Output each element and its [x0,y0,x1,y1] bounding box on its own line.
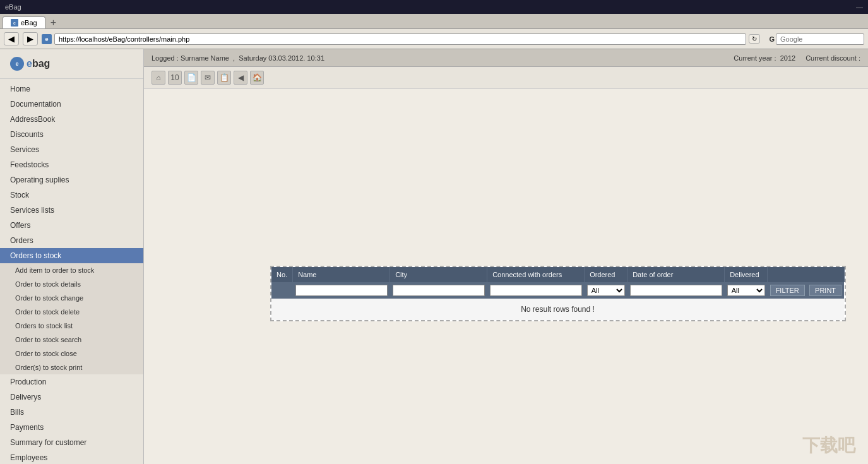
clipboard-icon[interactable]: 📋 [217,71,231,85]
forward-button[interactable]: ▶ [23,32,38,45]
data-table: No. Name City Connected with orders Orde… [271,267,845,320]
sidebar-item-discounts[interactable]: Discounts [0,127,143,142]
content-area: No. Name City Connected with orders Orde… [144,89,868,464]
sidebar-item-order-print[interactable]: Order(s) to stock print [0,360,143,374]
logged-user: Surname Name [181,54,229,62]
google-logo: G [769,35,775,43]
date-filter-input[interactable] [630,285,722,296]
address-favicon: e [42,34,52,44]
address-input[interactable] [54,33,746,45]
logo-text: ebag [27,58,50,69]
sidebar-item-home[interactable]: Home [0,81,143,97]
sidebar-item-stock[interactable]: Stock [0,187,143,203]
col-no: No. [271,267,293,282]
app-container: e ebag Home Documentation AddressBook Di… [0,49,868,464]
ordered-filter-select[interactable]: All [587,285,625,296]
mail-icon[interactable]: ✉ [201,71,215,85]
sidebar-item-add-item[interactable]: Add item to order to stock [0,263,143,277]
filter-date [627,282,725,299]
filter-ordered: All [585,282,627,299]
sidebar-item-documentation[interactable]: Documentation [0,97,143,112]
col-delivered: Delivered [725,267,768,282]
name-filter-input[interactable] [295,285,388,296]
filter-table-container: No. Name City Connected with orders Orde… [270,266,846,321]
back-button[interactable]: ◀ [4,32,19,45]
number-icon[interactable]: 10 [168,71,182,85]
logged-label: Logged : [152,54,179,62]
col-ordered: Ordered [585,267,627,282]
sidebar-item-services-lists[interactable]: Services lists [0,203,143,218]
main-content: Logged : Surname Name , Saturday 03.03.2… [144,49,868,464]
sidebar-item-offers[interactable]: Offers [0,218,143,233]
browser-title: eBag [5,3,21,11]
browser-toolbar: ◀ ▶ e ↻ G [0,29,868,49]
google-search-input[interactable] [776,33,864,45]
tab-label: eBag [21,19,37,27]
sidebar-item-employees[interactable]: Employees [0,450,143,464]
table-header: No. Name City Connected with orders Orde… [271,267,844,282]
sidebar-item-order-search[interactable]: Order to stock search [0,333,143,347]
current-year-info: Current year : 2012 [734,54,795,62]
no-results-cell: No result rows found ! [271,299,844,320]
sidebar-item-order-details[interactable]: Order to stock details [0,277,143,291]
sidebar-item-production[interactable]: Production [0,374,143,390]
filter-name [293,282,390,299]
tab-bar: e eBag + [0,14,868,29]
sidebar-item-orders-to-stock[interactable]: Orders to stock [0,248,143,263]
sidebar-item-orders-list[interactable]: Orders to stock list [0,319,143,333]
no-results-row: No result rows found ! [271,299,844,320]
back-nav-icon[interactable]: ◀ [234,71,247,85]
sidebar: e ebag Home Documentation AddressBook Di… [0,49,144,464]
sidebar-item-order-close[interactable]: Order to stock close [0,347,143,360]
refresh-button[interactable]: ↻ [749,34,760,44]
logged-date: Saturday 03.03.2012. 10:31 [239,54,324,62]
document-icon[interactable]: 📄 [184,71,198,85]
sidebar-item-orders[interactable]: Orders [0,233,143,248]
toolbar-icons-bar: ⌂ 10 📄 ✉ 📋 ◀ 🏠 [144,67,868,89]
sidebar-item-order-delete[interactable]: Order to stock delete [0,305,143,319]
filter-button[interactable]: FILTER [770,285,805,296]
sidebar-item-bills[interactable]: Bills [0,405,143,420]
sidebar-item-summary-customer[interactable]: Summary for customer [0,435,143,450]
home-icon[interactable]: ⌂ [152,71,165,85]
house-icon[interactable]: 🏠 [250,71,264,85]
col-date-order: Date of order [627,267,725,282]
window-controls: — [856,3,863,11]
logo-icon: e [10,57,24,71]
col-name: Name [293,267,390,282]
col-city: City [390,267,487,282]
filter-delivered: All [725,282,768,299]
delivered-filter-select[interactable]: All [727,285,765,296]
col-connected: Connected with orders [487,267,585,282]
filter-row: All All [271,282,844,299]
header-right: Current year : 2012Current discount : [734,54,860,62]
sidebar-nav: Home Documentation AddressBook Discounts… [0,79,143,464]
sidebar-logo: e ebag [0,49,143,79]
sidebar-item-operating-suplies[interactable]: Operating suplies [0,172,143,187]
sidebar-item-services[interactable]: Services [0,142,143,157]
sidebar-item-order-change[interactable]: Order to stock change [0,291,143,305]
active-tab[interactable]: e eBag [3,16,45,28]
sidebar-item-deliverys[interactable]: Deliverys [0,390,143,405]
col-actions [768,267,844,282]
filter-connected [487,282,585,299]
filter-buttons: FILTER PRINT [768,282,844,299]
city-filter-input[interactable] [393,285,485,296]
address-bar-container: e ↻ [42,33,760,45]
logged-info: Logged : Surname Name , Saturday 03.03.2… [152,54,324,62]
sidebar-item-feedstocks[interactable]: Feedstocks [0,157,143,172]
print-button[interactable]: PRINT [809,285,841,296]
filter-no [271,282,293,299]
connected-filter-input[interactable] [490,285,582,296]
browser-titlebar: eBag — [0,0,868,14]
sidebar-item-payments[interactable]: Payments [0,420,143,435]
sidebar-item-addressbook[interactable]: AddressBook [0,112,143,127]
search-container: G [769,33,864,45]
filter-city [390,282,487,299]
current-discount-info: Current discount : [806,54,860,62]
header-bar: Logged : Surname Name , Saturday 03.03.2… [144,49,868,67]
tab-favicon: e [11,19,18,27]
new-tab-button[interactable]: + [48,17,59,28]
address-bar-buttons: ↻ [749,34,760,44]
